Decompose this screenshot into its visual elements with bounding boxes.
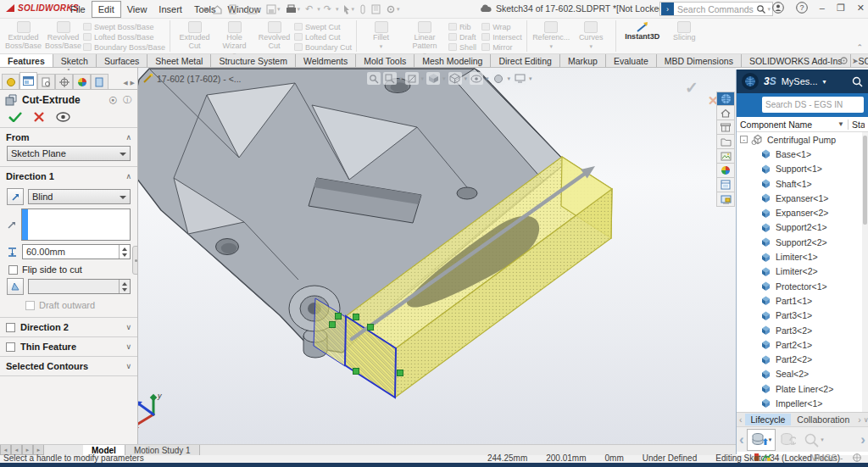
collaboration-tab[interactable]: Collaboration [791,414,855,425]
custom-properties-icon[interactable] [716,178,735,192]
from-section-header[interactable]: From∧ [0,128,137,145]
ribbon-small-button[interactable]: Swept Boss/Base [83,22,165,31]
pm-pin-icon[interactable]: ⦿ [108,95,118,106]
menu-item[interactable]: File [64,2,92,17]
collapse-expander-icon[interactable]: - [740,136,748,143]
section-view-icon[interactable] [405,72,419,85]
display-style-icon[interactable] [448,72,462,85]
zoom-area-icon[interactable] [383,72,397,85]
view-orientation-icon[interactable] [426,72,440,85]
end-condition-dropdown[interactable]: Blind [28,189,131,204]
ok-check-icon[interactable] [8,111,22,122]
hud-caret[interactable]: ▾ [508,75,511,82]
cancel-x-icon[interactable] [34,112,44,122]
refresh-database-button[interactable] [776,429,799,451]
ribbon-small-button[interactable]: Intersect [481,32,522,42]
menu-item[interactable]: Insert [153,2,188,17]
hud-caret[interactable]: ▾ [486,75,489,82]
session-selector[interactable]: MySes... [782,76,818,86]
hud-caret[interactable]: ▾ [529,75,532,82]
color-wheel-icon[interactable] [716,164,735,178]
extruded-cut-button[interactable]: Extruded Cut [175,20,214,51]
flip-side-checkbox[interactable] [8,265,18,275]
component-tree-row[interactable]: Expanser<2> [737,205,868,220]
panel-search-icon[interactable] [852,76,863,87]
graphics-viewport[interactable]: 17-602 (17-602) - <... ▾ ▾ ▾ ▾ ▾ ▾ ▾ ✓ ✕ [138,68,736,444]
sync-status-icon[interactable] [762,453,771,461]
scrollbar-thumb[interactable] [863,136,867,225]
model-canvas[interactable]: Z y x [138,68,736,444]
tag-status-icon[interactable] [754,453,759,461]
revolved-boss-base-button[interactable]: Revolved Boss/Base [43,20,83,51]
component-tree-row[interactable]: Protector<1> [737,279,868,293]
edit-appearance-icon[interactable] [492,72,505,85]
draft-angle-spinner[interactable] [119,280,130,293]
resources-box-icon[interactable] [716,120,735,135]
ribbon-small-button[interactable]: Lofted Cut [294,32,352,42]
save-options-caret[interactable]: ▾ [769,436,772,443]
draft-button[interactable] [7,278,24,295]
hud-caret[interactable]: ▾ [442,75,446,82]
reference-geometry-button[interactable]: Referenc...▾ [531,20,571,50]
component-tree-row[interactable]: Base<1> [737,147,868,161]
component-tree-row[interactable]: Impeller<1> [737,396,868,410]
ribbon-small-button[interactable]: Rib [448,22,476,31]
component-tree-row[interactable]: Shaft<1> [737,176,868,191]
undo-icon[interactable]: ↶ [303,3,314,15]
tree-root-row[interactable]: - Centrifugal Pump [737,132,868,147]
search-scope-caret[interactable]: ▾ [767,6,771,13]
home-icon[interactable] [210,3,225,15]
display-manager-tab[interactable] [73,74,91,89]
command-search-box[interactable]: › Search Commands ▾ [659,2,773,16]
hole-wizard-button[interactable]: Hole Wizard▾ [214,20,254,58]
ribbon-small-button[interactable]: Wrap [481,22,522,31]
component-tree-row[interactable]: Part2<2> [737,352,868,366]
direction2-section-header[interactable]: Direction 2∨ [0,318,137,337]
pin-menu-icon[interactable]: ➤ [203,5,210,14]
tabs-scroll-right-icon[interactable]: › [855,414,864,425]
direction-reference-box[interactable] [21,208,131,241]
tree-scrollbar[interactable] [862,132,868,412]
user-account-icon[interactable] [772,2,784,14]
component-tree-row[interactable]: Part3<2> [737,323,868,337]
status-column-header[interactable]: Stat [848,120,865,130]
component-tree-row[interactable]: Support2<2> [737,235,868,249]
minimize-button[interactable]: – [820,3,825,13]
help-icon[interactable]: ? [796,2,808,14]
unit-system[interactable]: MMGS [810,453,837,463]
component-tree-row[interactable]: Part1<1> [737,293,868,308]
filter-icon[interactable]: ▼ [837,120,844,128]
direction1-section-header[interactable]: Direction 1∧ [0,167,137,184]
save-to-platform-button[interactable]: ▾ [747,429,776,451]
thin-feature-checkbox[interactable] [6,342,15,352]
component-tree-row[interactable]: Expanser<1> [737,191,868,205]
settings-gear-icon[interactable]: ▾ [384,3,402,15]
zoom-fit-icon[interactable] [367,72,381,85]
thin-feature-section-header[interactable]: Thin Feature∨ [0,337,137,357]
component-tree-row[interactable]: Support<1> [737,162,868,176]
pm-help-icon[interactable]: ⓘ [122,93,132,107]
preview-eye-icon[interactable] [56,112,70,122]
expand-tabs-chevron-icon[interactable]: ∨∨ [864,416,868,424]
command-tab[interactable]: Markup [560,54,606,67]
status-globe-icon[interactable] [853,453,861,462]
confirmation-corner-check-icon[interactable]: ✓ [685,78,698,97]
instant3d-button[interactable]: Instant3D [620,20,665,42]
command-tab[interactable]: Surfaces [97,54,147,67]
command-tab[interactable]: Sketch [53,54,97,67]
ds-search-input[interactable]: Search DS - EGS IN [762,97,864,113]
component-tree-row[interactable]: Limiter<1> [737,249,868,264]
ribbon-small-button[interactable]: Mirror [481,42,522,52]
appearances-image-icon[interactable] [716,149,735,164]
command-tab[interactable]: SOLIDWORKS Add-Ins [742,54,851,67]
command-tab[interactable]: Sheet Metal [147,54,211,67]
toolbar-scroll-right-icon[interactable]: › [858,431,868,448]
tabs-scroll-left-icon[interactable]: ‹ [737,414,745,425]
ribbon-collapse-chevron[interactable]: ⌃ [856,43,863,52]
from-dropdown[interactable]: Sketch Plane [7,146,131,161]
lifecycle-tab[interactable]: Lifecycle [745,414,792,425]
ribbon-small-button[interactable]: Boundary Boss/Base [83,42,165,52]
revolved-cut-button[interactable]: Revolved Cut [254,20,294,51]
component-tree-row[interactable]: Support2<1> [737,220,868,235]
ribbon-small-button[interactable]: Boundary Cut [294,42,352,52]
